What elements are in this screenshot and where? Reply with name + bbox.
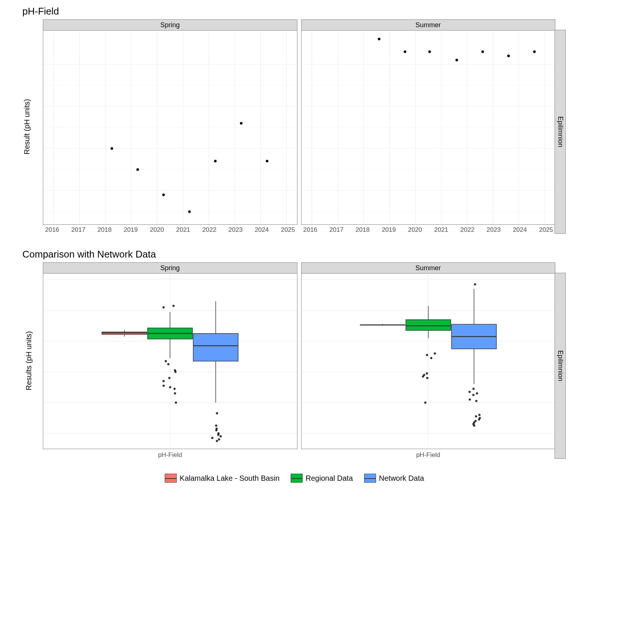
- svg-point-126: [426, 354, 428, 356]
- chart-title-top: pH-Field: [22, 6, 566, 17]
- svg-point-100: [216, 412, 218, 414]
- svg-point-58: [455, 59, 458, 61]
- x-label-summer-bottom: pH-Field: [301, 449, 556, 459]
- svg-point-103: [215, 429, 217, 431]
- facet-strip-spring-bottom: Spring: [43, 262, 297, 274]
- x-ticks-spring-top: 2016201720182019202020212022202320242025: [43, 225, 297, 234]
- svg-point-140: [476, 392, 478, 395]
- svg-point-94: [174, 392, 176, 395]
- svg-point-90: [162, 380, 165, 382]
- svg-point-29: [188, 210, 191, 213]
- facet-strip-summer-top: Summer: [301, 19, 556, 31]
- svg-point-60: [507, 54, 510, 57]
- facet-strip-right-bottom: Epilimnion: [555, 273, 566, 459]
- facet-strip-spring-top: Spring: [43, 19, 297, 31]
- x-label-spring-bottom: pH-Field: [43, 449, 297, 459]
- legend-label-network: Network Data: [379, 474, 424, 483]
- legend-item-kalamalka: Kalamalka Lake - South Basin: [165, 474, 280, 483]
- x-ticks-summer-top: 2016201720182019202020212022202320242025: [301, 225, 556, 234]
- svg-point-106: [220, 435, 222, 438]
- scatter-panel-spring: 8.28.38.48.5: [43, 31, 297, 225]
- page: pH-Field Result (pH units) Spring 8.28.3…: [22, 6, 566, 483]
- legend-item-regional: Regional Data: [291, 474, 353, 483]
- svg-point-59: [481, 50, 484, 53]
- svg-point-145: [475, 415, 477, 417]
- legend-swatch-network: [364, 474, 376, 483]
- svg-point-32: [266, 160, 268, 162]
- legend-swatch-kalamalka: [165, 474, 177, 483]
- svg-point-151: [473, 424, 475, 427]
- svg-point-130: [422, 375, 424, 378]
- svg-point-142: [468, 398, 471, 401]
- facet-strip-right-top: Epilimnion: [555, 30, 566, 234]
- svg-point-139: [468, 391, 471, 393]
- svg-point-138: [472, 388, 474, 390]
- y-axis-title-top: Result (pH units): [23, 99, 31, 154]
- svg-point-57: [428, 50, 431, 53]
- facet-strip-summer-bottom: Summer: [301, 262, 556, 274]
- svg-point-56: [404, 50, 406, 53]
- scatter-panel-summer: [301, 31, 556, 225]
- svg-point-83: [173, 305, 175, 307]
- boxplot-panel-summer: [301, 274, 556, 449]
- svg-point-31: [240, 122, 243, 124]
- svg-point-101: [215, 424, 217, 427]
- svg-point-93: [173, 388, 176, 390]
- svg-point-107: [211, 437, 214, 439]
- svg-point-128: [426, 372, 428, 375]
- svg-point-92: [169, 386, 171, 388]
- svg-point-30: [214, 160, 217, 162]
- svg-point-105: [217, 434, 220, 436]
- legend-item-network: Network Data: [364, 474, 424, 483]
- svg-rect-123: [406, 320, 451, 331]
- svg-point-88: [174, 371, 177, 373]
- svg-point-91: [162, 385, 165, 387]
- svg-rect-98: [193, 334, 238, 361]
- facet-row-top: Spring 8.28.38.48.5 20162017201820192020…: [43, 19, 555, 234]
- svg-point-86: [167, 363, 170, 365]
- svg-point-131: [426, 377, 428, 379]
- svg-point-27: [136, 168, 139, 171]
- svg-point-137: [474, 283, 476, 285]
- legend-swatch-regional: [291, 474, 303, 483]
- svg-point-108: [218, 438, 220, 441]
- legend: Kalamalka Lake - South Basin Regional Da…: [22, 474, 566, 483]
- svg-point-141: [472, 394, 474, 396]
- svg-point-55: [378, 38, 380, 40]
- svg-point-147: [478, 419, 480, 421]
- svg-point-109: [216, 440, 218, 442]
- svg-point-95: [175, 401, 177, 404]
- chart-title-bottom: Comparison with Network Data: [22, 249, 566, 260]
- boxplot-panel-spring: 5678910: [43, 274, 297, 449]
- svg-point-144: [478, 414, 480, 416]
- svg-point-125: [433, 352, 436, 354]
- facet-row-bottom: Spring 5678910 pH-Field Summer Epilimnio…: [43, 262, 555, 459]
- svg-point-85: [165, 360, 167, 362]
- svg-point-61: [533, 50, 536, 53]
- svg-point-143: [475, 400, 477, 402]
- svg-point-89: [168, 377, 170, 379]
- svg-point-132: [424, 401, 426, 404]
- legend-label-kalamalka: Kalamalka Lake - South Basin: [180, 474, 280, 483]
- svg-point-26: [111, 147, 113, 150]
- y-axis-title-bottom: Results (pH units): [25, 331, 33, 390]
- svg-point-84: [162, 306, 165, 309]
- svg-point-28: [162, 193, 165, 196]
- svg-point-127: [430, 357, 432, 359]
- legend-label-regional: Regional Data: [306, 474, 353, 483]
